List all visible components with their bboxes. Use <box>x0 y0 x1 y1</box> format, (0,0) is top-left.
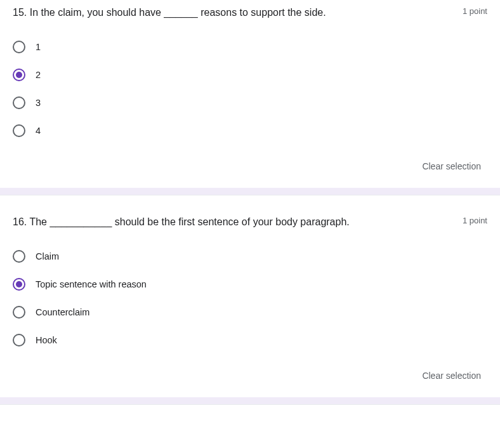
option-label: Claim <box>36 251 59 261</box>
option-hook[interactable]: Hook <box>13 326 487 354</box>
question-header: 16. The ___________ should be the first … <box>13 209 487 242</box>
option-1[interactable]: 1 <box>13 33 487 61</box>
radio-icon <box>13 306 25 319</box>
option-topic-sentence[interactable]: Topic sentence with reason <box>13 270 487 298</box>
radio-icon <box>13 278 25 291</box>
radio-icon <box>13 124 25 137</box>
radio-icon <box>13 41 25 53</box>
radio-icon <box>13 69 25 81</box>
option-label: Counterclaim <box>36 307 89 317</box>
option-2[interactable]: 2 <box>13 61 487 89</box>
question-header: 15. In the claim, you should have ______… <box>13 0 487 33</box>
option-counterclaim[interactable]: Counterclaim <box>13 298 487 326</box>
option-label: 4 <box>36 126 41 136</box>
question-points: 1 point <box>463 216 487 225</box>
options-group: 1 2 3 4 <box>13 33 487 151</box>
options-group: Claim Topic sentence with reason Counter… <box>13 242 487 360</box>
card-divider <box>0 397 500 405</box>
option-4[interactable]: 4 <box>13 117 487 145</box>
option-label: Topic sentence with reason <box>36 279 147 289</box>
option-label: Hook <box>36 335 57 345</box>
question-text: 16. The ___________ should be the first … <box>13 214 463 230</box>
clear-selection-button[interactable]: Clear selection <box>416 367 487 385</box>
card-divider <box>0 188 500 195</box>
question-card-15: 15. In the claim, you should have ______… <box>0 0 500 188</box>
question-text: 15. In the claim, you should have ______… <box>13 5 463 20</box>
option-label: 2 <box>36 70 41 80</box>
option-label: 3 <box>36 98 41 108</box>
radio-icon <box>13 334 25 346</box>
clear-row: Clear selection <box>13 360 487 397</box>
clear-selection-button[interactable]: Clear selection <box>416 157 487 175</box>
option-3[interactable]: 3 <box>13 89 487 117</box>
option-label: 1 <box>36 42 41 52</box>
clear-row: Clear selection <box>13 151 487 188</box>
question-card-16: 16. The ___________ should be the first … <box>0 195 500 397</box>
spacer <box>13 195 487 209</box>
option-claim[interactable]: Claim <box>13 242 487 270</box>
question-points: 1 point <box>463 6 487 16</box>
radio-icon <box>13 96 25 109</box>
radio-icon <box>13 250 25 263</box>
